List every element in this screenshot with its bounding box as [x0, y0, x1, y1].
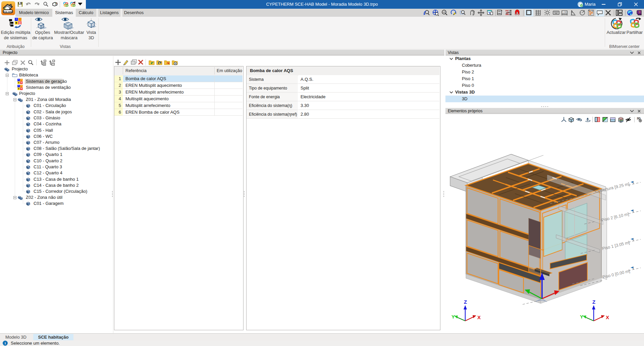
svg-text:×2: ×2	[443, 11, 445, 13]
svg-text:DXF: DXF	[498, 11, 501, 12]
svg-text:DXF: DXF	[505, 10, 509, 12]
svg-text:*: *	[18, 85, 19, 87]
svg-text:Z: Z	[464, 299, 467, 305]
svg-text:Y: Y	[451, 314, 455, 320]
svg-text:Y: Y	[580, 314, 583, 320]
svg-text:*: *	[18, 79, 19, 81]
svg-text:X: X	[606, 314, 609, 320]
svg-text:DWG: DWG	[505, 13, 509, 15]
svg-text:DWG: DWG	[498, 13, 501, 14]
svg-text:SCE-HAB: SCE-HAB	[3, 10, 13, 13]
svg-text:1.00: 1.00	[562, 11, 567, 13]
svg-text:X: X	[477, 314, 481, 320]
svg-text:Z: Z	[592, 299, 595, 305]
svg-text:*: *	[16, 18, 17, 21]
svg-text:?: ?	[639, 11, 641, 14]
